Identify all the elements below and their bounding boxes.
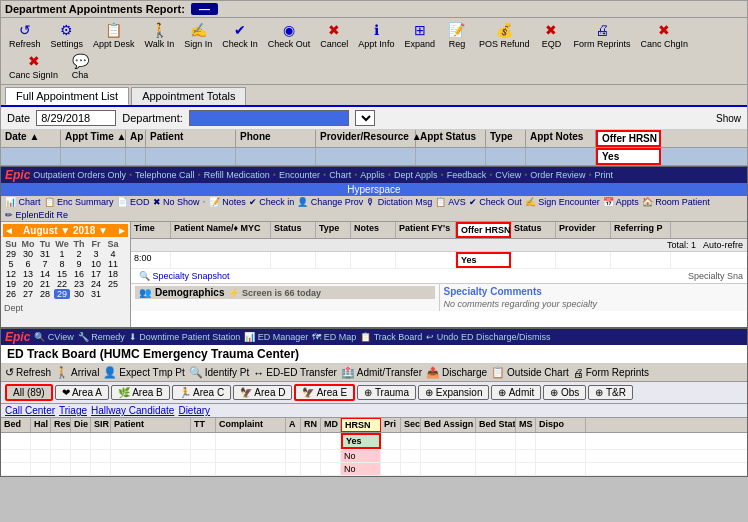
cal-cell-today[interactable]: 29 xyxy=(54,289,70,299)
tab-all[interactable]: All (89) xyxy=(5,384,53,401)
nav-refill-medication[interactable]: Refill Medication xyxy=(204,170,270,180)
cal-cell[interactable]: 23 xyxy=(71,279,87,289)
cal-cell[interactable]: 7 xyxy=(37,259,53,269)
check-in2-button[interactable]: ✔ Check in xyxy=(249,197,295,207)
col-patient[interactable]: Patient xyxy=(146,130,236,147)
nav2-track-board[interactable]: 📋 Track Board xyxy=(360,332,422,342)
sh-time[interactable]: Time xyxy=(131,222,171,238)
cal-cell[interactable]: 13 xyxy=(20,269,36,279)
tab-expansion[interactable]: ⊕ Expansion xyxy=(418,385,489,400)
check-out-button[interactable]: ◉ Check Out xyxy=(264,21,315,50)
cal-cell[interactable]: 16 xyxy=(71,269,87,279)
cal-cell[interactable]: 28 xyxy=(37,289,53,299)
edcol-bed-stat[interactable]: Bed Stat xyxy=(476,418,516,432)
ed-refresh-button[interactable]: ↺ Refresh xyxy=(5,366,51,379)
avs-button[interactable]: 📋 AVS xyxy=(435,197,465,207)
nav-telephone-call[interactable]: Telephone Call xyxy=(135,170,195,180)
cancel-button[interactable]: ✖ Cancel xyxy=(316,21,352,50)
col-date[interactable]: Date ▲ xyxy=(1,130,61,147)
tab-area-c[interactable]: 🏃 Area C xyxy=(172,385,231,400)
sign-in-button[interactable]: ✍ Sign In xyxy=(180,21,216,50)
show-label[interactable]: Show xyxy=(716,113,741,124)
dictation-msg-button[interactable]: 🎙 Dictation Msg xyxy=(366,197,432,207)
cal-cell[interactable]: 8 xyxy=(54,259,70,269)
sh-status2[interactable]: Status xyxy=(511,222,556,238)
specialty-snapshot-button[interactable]: Specialty Snapshot xyxy=(135,269,234,283)
edcol-complaint[interactable]: Complaint xyxy=(216,418,286,432)
refresh-button[interactable]: ↺ Refresh xyxy=(5,21,45,50)
date-input[interactable] xyxy=(36,110,116,126)
col-type[interactable]: Type xyxy=(486,130,526,147)
appt-desk-button[interactable]: 📋 Appt Desk xyxy=(89,21,139,50)
form-reprints-button[interactable]: 🖨 Form Reprints xyxy=(569,21,634,50)
no-show-button[interactable]: ✖ No Show xyxy=(153,197,200,207)
tab-area-b[interactable]: 🌿 Area B xyxy=(111,385,170,400)
nav-feedback[interactable]: Feedback xyxy=(447,170,487,180)
tab-obs[interactable]: ⊕ Obs xyxy=(543,385,586,400)
cal-cell[interactable]: 3 xyxy=(88,249,104,259)
check-out2-button[interactable]: ✔ Check Out xyxy=(469,197,522,207)
tab-appointment-totals[interactable]: Appointment Totals xyxy=(131,87,246,105)
subtab-triage[interactable]: Triage xyxy=(59,405,87,416)
cal-cell[interactable]: 27 xyxy=(20,289,36,299)
edcol-rn[interactable]: RN xyxy=(301,418,321,432)
expand-button[interactable]: ⊞ Expand xyxy=(400,21,439,50)
cal-cell[interactable]: 30 xyxy=(20,249,36,259)
canc-chgin-button[interactable]: ✖ Canc ChgIn xyxy=(636,21,692,50)
sign-encounter-button[interactable]: ✍ Sign Encounter xyxy=(525,197,600,207)
cal-cell[interactable]: 6 xyxy=(20,259,36,269)
cal-cell[interactable]: 18 xyxy=(105,269,121,279)
edcol-hal[interactable]: Hal xyxy=(31,418,51,432)
ed-outside-chart-button[interactable]: 📋 Outside Chart xyxy=(491,366,569,379)
cal-cell[interactable]: 12 xyxy=(3,269,19,279)
canc-signin-button[interactable]: ✖ Canc SignIn xyxy=(5,52,62,81)
nav2-ed-manager[interactable]: 📊 ED Manager xyxy=(244,332,308,342)
dept-dropdown[interactable] xyxy=(355,110,375,126)
cal-cell[interactable]: 14 xyxy=(37,269,53,279)
nav2-undo[interactable]: ↩ Undo ED Discharge/Dismiss xyxy=(426,332,550,342)
edcol-ms[interactable]: MS xyxy=(516,418,536,432)
tab-area-a[interactable]: ❤ Area A xyxy=(55,385,109,400)
edcol-patient[interactable]: Patient xyxy=(111,418,191,432)
cal-cell[interactable]: 15 xyxy=(54,269,70,279)
col-appt-time[interactable]: Appt Time ▲ xyxy=(61,130,126,147)
ed-expect-tmp-button[interactable]: 👤 Expect Tmp Pt xyxy=(103,366,184,379)
eod-button[interactable]: 📄 EOD xyxy=(117,197,150,207)
cal-cell[interactable]: 11 xyxy=(105,259,121,269)
cal-cell[interactable]: 2 xyxy=(71,249,87,259)
ed-discharge-button[interactable]: 📤 Discharge xyxy=(426,366,487,379)
cal-cell[interactable]: 4 xyxy=(105,249,121,259)
prev-month-button[interactable]: ◄ xyxy=(4,225,14,236)
sh-status[interactable]: Status xyxy=(271,222,316,238)
sh-type[interactable]: Type xyxy=(316,222,351,238)
cal-cell[interactable]: 20 xyxy=(20,279,36,289)
cal-cell[interactable]: 25 xyxy=(105,279,121,289)
col-appt-status[interactable]: Appt Status xyxy=(416,130,486,147)
tab-area-d[interactable]: 🦅 Area D xyxy=(233,385,292,400)
walk-in-button[interactable]: 🚶 Walk In xyxy=(141,21,179,50)
cal-cell[interactable]: 24 xyxy=(88,279,104,289)
check-in-button[interactable]: ✔ Check In xyxy=(218,21,262,50)
chart-button[interactable]: 📊 Chart xyxy=(5,197,41,207)
edcol-pri[interactable]: Pri xyxy=(381,418,401,432)
pos-refund-button[interactable]: 💰 POS Refund xyxy=(475,21,534,50)
appt-info-button[interactable]: ℹ Appt Info xyxy=(354,21,398,50)
room-patient-button[interactable]: 🏠 Room Patient xyxy=(642,197,710,207)
edcol-sir[interactable]: SIR xyxy=(91,418,111,432)
sh-notes[interactable]: Notes xyxy=(351,222,396,238)
settings-button[interactable]: ⚙ Settings xyxy=(47,21,88,50)
edcol-tt[interactable]: TT xyxy=(191,418,216,432)
nav-dept-appls[interactable]: Dept Appls xyxy=(394,170,438,180)
cha-button[interactable]: 💬 Cha xyxy=(64,52,96,81)
cal-cell[interactable]: 26 xyxy=(3,289,19,299)
edcol-dispo[interactable]: Dispo xyxy=(536,418,586,432)
ed-form-reprints-button[interactable]: 🖨 Form Reprints xyxy=(573,367,649,379)
dept-input[interactable] xyxy=(189,110,349,126)
sh-patient-name[interactable]: Patient Name/♦ MYC xyxy=(171,222,271,238)
sh-offer-hrsn[interactable]: Offer HRSN xyxy=(456,222,511,238)
nav-chart[interactable]: Chart xyxy=(329,170,351,180)
tab-tr[interactable]: ⊕ T&R xyxy=(588,385,633,400)
cal-cell[interactable]: 9 xyxy=(71,259,87,269)
change-prov-button[interactable]: 👤 Change Prov xyxy=(297,197,363,207)
col-offer-hrsn[interactable]: Offer HRSN xyxy=(596,130,661,147)
